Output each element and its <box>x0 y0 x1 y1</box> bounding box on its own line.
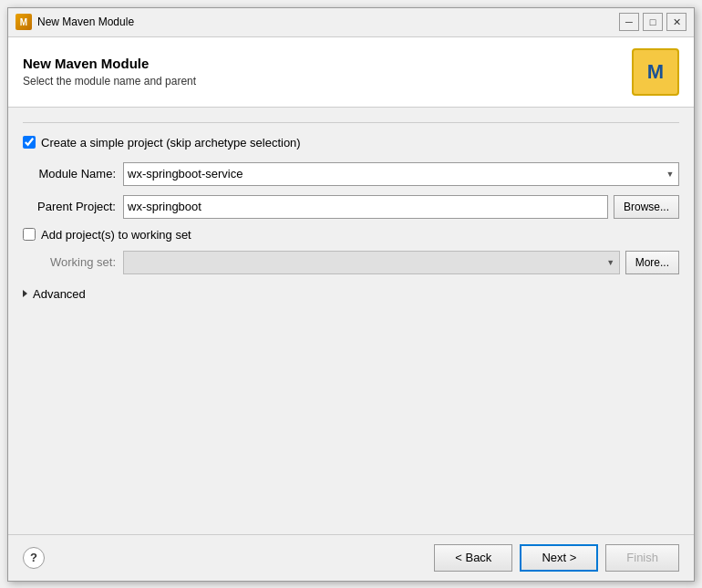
parent-project-label: Parent Project: <box>23 200 123 213</box>
working-set-input-row: Working set: ▼ More... <box>23 251 679 274</box>
form-content: Create a simple project (skip archetype … <box>8 108 694 534</box>
simple-project-row: Create a simple project (skip archetype … <box>23 136 679 150</box>
module-name-wrapper: ▼ <box>123 162 679 186</box>
more-button[interactable]: More... <box>625 251 679 274</box>
simple-project-checkbox[interactable] <box>23 136 36 149</box>
help-button[interactable]: ? <box>23 547 45 569</box>
module-name-input[interactable] <box>123 162 679 186</box>
browse-button[interactable]: Browse... <box>614 195 679 219</box>
close-button[interactable]: ✕ <box>666 13 687 31</box>
window-title: New Maven Module <box>37 15 619 28</box>
next-button[interactable]: Next > <box>520 544 598 572</box>
working-set-field-label: Working set: <box>23 255 123 269</box>
titlebar: M New Maven Module ─ □ ✕ <box>8 8 694 37</box>
window-icon: M <box>15 14 32 30</box>
simple-project-label: Create a simple project (skip archetype … <box>41 136 301 150</box>
maven-logo: M <box>632 48 679 96</box>
working-set-checkbox-row: Add project(s) to working set <box>23 228 679 242</box>
divider-top <box>23 122 679 123</box>
footer-buttons: < Back Next > Finish <box>434 544 679 572</box>
advanced-expand-icon <box>23 290 27 297</box>
footer: ? < Back Next > Finish <box>8 534 694 581</box>
titlebar-buttons: ─ □ ✕ <box>619 13 687 31</box>
working-set-label: Add project(s) to working set <box>41 228 191 242</box>
finish-button[interactable]: Finish <box>605 544 679 572</box>
header-section: New Maven Module Select the module name … <box>8 37 694 108</box>
parent-project-row: Parent Project: Browse... <box>23 195 679 219</box>
main-window: M New Maven Module ─ □ ✕ New Maven Modul… <box>7 7 695 582</box>
minimize-button[interactable]: ─ <box>619 13 639 31</box>
back-button[interactable]: < Back <box>434 544 512 572</box>
module-name-row: Module Name: ▼ <box>23 162 679 186</box>
module-name-label: Module Name: <box>23 167 123 181</box>
page-title: New Maven Module <box>23 56 196 71</box>
maximize-button[interactable]: □ <box>643 13 663 31</box>
page-subtitle: Select the module name and parent <box>23 75 196 88</box>
parent-project-input[interactable] <box>123 195 608 219</box>
advanced-section[interactable]: Advanced <box>23 287 679 301</box>
working-set-input[interactable] <box>123 251 620 274</box>
working-set-input-wrapper: ▼ <box>123 251 620 274</box>
advanced-label: Advanced <box>33 287 86 301</box>
header-text: New Maven Module Select the module name … <box>23 56 196 88</box>
working-set-checkbox[interactable] <box>23 228 36 241</box>
